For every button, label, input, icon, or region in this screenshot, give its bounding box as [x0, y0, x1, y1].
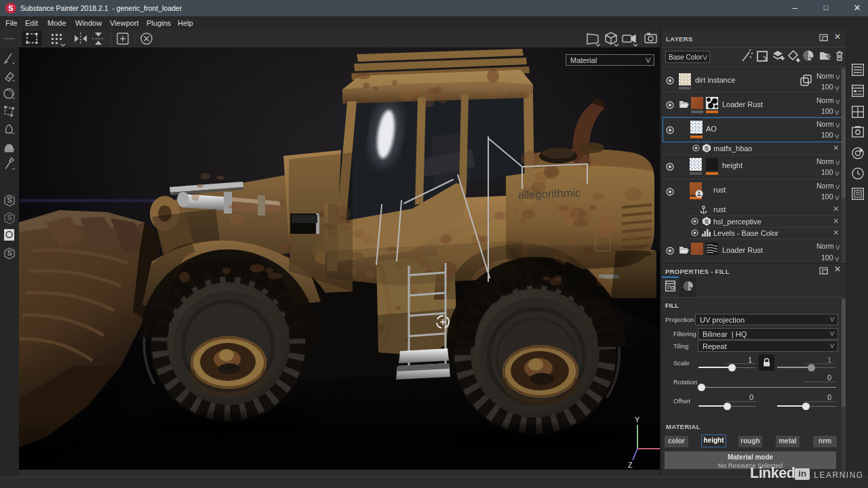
svg-text:S: S	[705, 218, 709, 225]
svg-text:Y: Y	[635, 415, 640, 424]
svg-text:allegorithmic: allegorithmic	[518, 186, 581, 201]
svg-text:Z: Z	[628, 461, 633, 469]
svg-text:S: S	[7, 249, 12, 257]
svg-text:S: S	[7, 214, 12, 222]
svg-text:S: S	[7, 196, 12, 204]
svg-text:S: S	[705, 145, 709, 152]
